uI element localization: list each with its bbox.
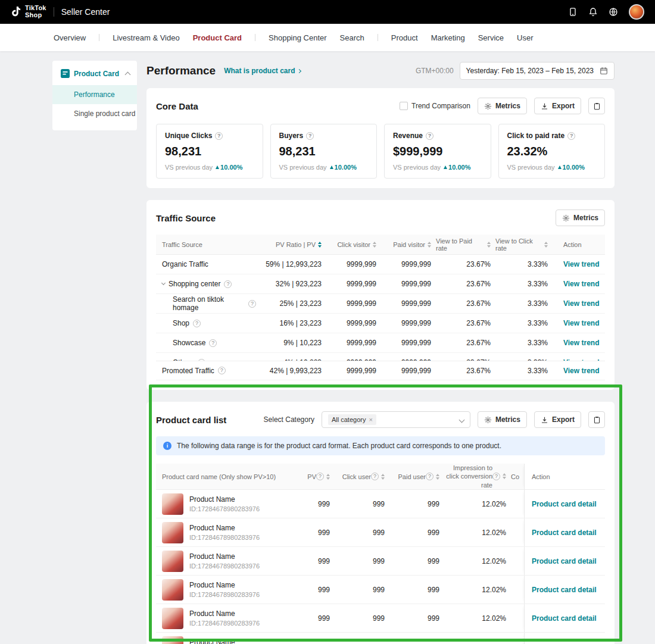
- trend-comparison-checkbox[interactable]: Trend Comparison: [400, 102, 470, 110]
- metric-value: 98,231: [165, 145, 254, 158]
- metrics-button[interactable]: Metrics: [556, 210, 605, 226]
- traffic-table-header: Traffic Source PV Ratio | PV Click visit…: [156, 235, 605, 255]
- view-trend-link[interactable]: View trend: [563, 319, 599, 327]
- product-table: Product card name (Only show PV>10) PV C…: [156, 464, 605, 644]
- help-icon[interactable]: [306, 132, 314, 140]
- nav-product-card[interactable]: Product Card: [193, 33, 242, 42]
- date-range-picker[interactable]: Yesterday: Feb 15, 2023 – Feb 15, 2023: [460, 62, 615, 80]
- product-thumbnail: [162, 493, 183, 515]
- help-icon[interactable]: [193, 320, 201, 327]
- help-icon[interactable]: [215, 132, 223, 140]
- nav-user[interactable]: User: [517, 33, 533, 42]
- sidebar-item-single-product-card[interactable]: Single product card: [52, 104, 137, 123]
- nav-livestream-video[interactable]: Livestream & Video: [113, 33, 180, 42]
- metrics-button[interactable]: Metrics: [478, 411, 527, 428]
- help-icon[interactable]: [224, 280, 232, 288]
- help-icon[interactable]: [492, 473, 500, 480]
- col-truncated: Co: [511, 473, 524, 480]
- notification-bell-icon[interactable]: [588, 7, 598, 17]
- help-icon[interactable]: [371, 473, 379, 480]
- col-click-user[interactable]: Click user: [335, 473, 389, 480]
- close-icon[interactable]: [369, 417, 372, 423]
- sidebar-item-performance[interactable]: Performance: [52, 85, 137, 104]
- product-row: Product NameID:17284678980283976 999 999…: [156, 547, 605, 576]
- metric-label: Unique Clicks: [165, 132, 212, 140]
- traffic-table-scroll-area[interactable]: Organic Traffic 59% | 12,993,223 9999,99…: [156, 255, 605, 361]
- nav-service[interactable]: Service: [478, 33, 504, 42]
- mobile-app-icon[interactable]: [568, 7, 578, 17]
- view-trend-link[interactable]: View trend: [563, 358, 599, 361]
- col-impression-to-click[interactable]: Impression to click conversion rate: [444, 464, 511, 489]
- view-trend-link[interactable]: View trend: [563, 260, 599, 268]
- col-view-to-click[interactable]: View to Click rate: [495, 237, 553, 252]
- sort-icon[interactable]: [428, 242, 431, 248]
- sort-icon[interactable]: [381, 474, 385, 480]
- export-button[interactable]: Export: [534, 411, 581, 428]
- view-trend-link[interactable]: View trend: [563, 367, 599, 375]
- sort-icon[interactable]: [544, 242, 548, 248]
- up-arrow-icon: [216, 165, 219, 169]
- nav-search[interactable]: Search: [340, 33, 364, 42]
- globe-language-icon[interactable]: [609, 7, 618, 17]
- nav-overview[interactable]: Overview: [54, 33, 86, 42]
- table-row-shop: Shop 16% | 23,223 9999,999 9999,999 23.6…: [156, 314, 605, 333]
- what-is-product-card-link[interactable]: What is product card: [224, 67, 300, 75]
- product-card-detail-link[interactable]: Product card detail: [532, 529, 597, 537]
- help-icon[interactable]: [248, 300, 256, 308]
- topbar-actions: [568, 4, 644, 20]
- sort-icon[interactable]: [373, 242, 376, 248]
- product-card-detail-link[interactable]: Product card detail: [532, 500, 597, 508]
- sidebar-item-label: Performance: [74, 90, 115, 99]
- export-button[interactable]: Export: [534, 98, 581, 114]
- help-icon[interactable]: [218, 367, 226, 374]
- nav-product[interactable]: Product: [391, 33, 418, 42]
- info-banner-text: The following data range is for the prod…: [177, 442, 501, 450]
- col-paid-visitor[interactable]: Paid visitor: [381, 241, 436, 248]
- clipboard-button[interactable]: [588, 98, 605, 114]
- metric-label: Click to paid rate: [507, 132, 565, 140]
- sort-icon[interactable]: [436, 474, 439, 480]
- metric-value: 23.32%: [507, 145, 597, 158]
- view-trend-link[interactable]: View trend: [563, 339, 599, 347]
- nav-marketing[interactable]: Marketing: [431, 33, 465, 42]
- col-pv-ratio[interactable]: PV Ratio | PV: [256, 241, 326, 248]
- tiktok-shop-logo[interactable]: TikTok Shop: [11, 5, 46, 18]
- help-icon[interactable]: [426, 473, 433, 480]
- gear-icon: [484, 416, 492, 424]
- clipboard-button[interactable]: [588, 411, 605, 428]
- help-icon[interactable]: [316, 473, 324, 480]
- product-card-detail-link[interactable]: Product card detail: [532, 614, 597, 623]
- col-view-to-paid[interactable]: View to Paid rate: [436, 237, 495, 252]
- sort-icon[interactable]: [326, 474, 330, 480]
- product-id: ID:17284678980283976: [189, 591, 260, 598]
- help-icon[interactable]: [209, 339, 217, 347]
- metrics-button-label: Metrics: [495, 102, 520, 110]
- product-card-detail-link[interactable]: Product card detail: [532, 557, 597, 565]
- view-trend-link[interactable]: View trend: [563, 280, 599, 288]
- col-paid-user[interactable]: Paid user: [389, 473, 444, 480]
- nav-shopping-center[interactable]: Shopping Center: [269, 33, 327, 42]
- category-select[interactable]: All category: [322, 411, 470, 428]
- up-arrow-icon: [558, 165, 562, 169]
- col-click-visitor[interactable]: Click visitor: [326, 241, 381, 248]
- sort-icon[interactable]: [487, 242, 491, 248]
- user-avatar[interactable]: [629, 4, 644, 20]
- expand-chevron-icon[interactable]: [161, 281, 166, 285]
- table-row-showcase: Showcase 9% | 10,223 9999,999 9999,999 2…: [156, 333, 605, 353]
- sidebar-section-product-card[interactable]: Product Card: [52, 61, 137, 85]
- product-thumbnail: [162, 579, 183, 601]
- help-icon[interactable]: [567, 132, 575, 140]
- sort-icon[interactable]: [318, 242, 322, 248]
- help-icon[interactable]: [198, 359, 205, 361]
- metrics-button[interactable]: Metrics: [478, 98, 527, 114]
- col-pv[interactable]: PV: [294, 473, 335, 480]
- product-card-detail-link[interactable]: Product card detail: [532, 586, 597, 594]
- checkbox-box[interactable]: [400, 102, 408, 110]
- vs-label: VS previous day: [507, 164, 555, 171]
- help-icon[interactable]: [426, 132, 433, 140]
- main-nav: Overview Livestream & Video Product Card…: [0, 24, 655, 51]
- tiktok-logo-icon: [11, 6, 21, 18]
- sort-icon[interactable]: [503, 473, 506, 479]
- product-id: ID:17284678980283976: [189, 562, 260, 570]
- view-trend-link[interactable]: View trend: [563, 299, 599, 308]
